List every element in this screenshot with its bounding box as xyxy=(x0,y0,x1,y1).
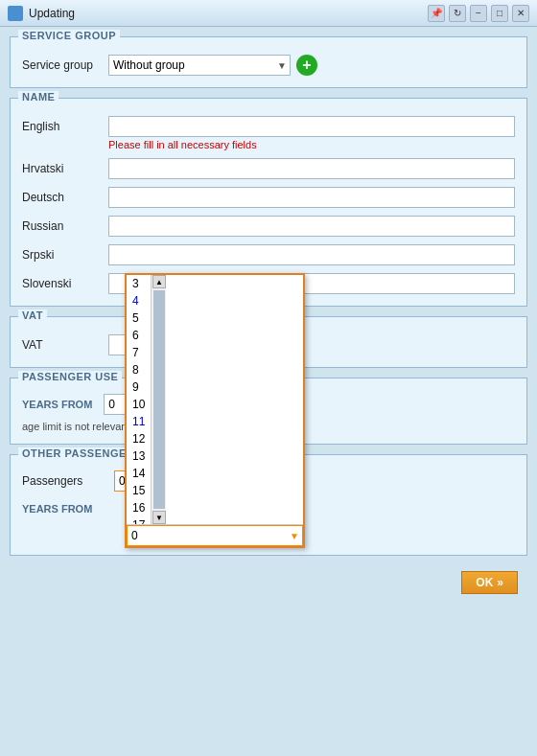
passengers-label: Passengers xyxy=(22,474,108,488)
service-group-row: Service group Without group ▼ + xyxy=(22,55,515,76)
dropdown-inner: 34567891011121314151617181920 ▲ ▼ xyxy=(127,275,303,524)
dropdown-item[interactable]: 11 xyxy=(127,413,151,430)
service-group-title: SERVICE GROUP xyxy=(18,30,120,41)
passenger-use-title: PASSENGER USE xyxy=(18,371,122,382)
service-group-label: Service group xyxy=(22,58,108,72)
other-years-from-label: YEARS FROM xyxy=(22,503,92,515)
dropdown-list[interactable]: 34567891011121314151617181920 xyxy=(127,275,151,524)
bottom-select[interactable]: 0 xyxy=(127,525,303,546)
app-icon xyxy=(8,6,23,21)
bottom-select-wrapper: 0 ▼ xyxy=(127,525,303,546)
title-bar: Updating 📌 ↻ − □ ✕ xyxy=(0,0,537,27)
dropdown-item[interactable]: 10 xyxy=(127,396,151,413)
dropdown-item[interactable]: 13 xyxy=(127,447,151,465)
dropdown-bottom: 0 ▼ xyxy=(127,524,303,546)
scroll-down-button[interactable]: ▼ xyxy=(152,511,166,524)
name-error-text: Please fill in all necessary fields xyxy=(108,139,515,150)
srpski-input[interactable] xyxy=(108,244,515,265)
deutsch-label: Deutsch xyxy=(22,191,108,204)
dropdown-item[interactable]: 14 xyxy=(127,465,151,482)
dropdown-item[interactable]: 6 xyxy=(127,327,151,344)
scrollbar-track: ▲ ▼ xyxy=(151,275,166,524)
ok-arrow-icon: » xyxy=(497,576,503,589)
vat-label: VAT xyxy=(22,338,108,352)
dropdown-item[interactable]: 17 xyxy=(127,516,151,524)
service-group-section: SERVICE GROUP Service group Without grou… xyxy=(10,36,527,88)
english-input[interactable] xyxy=(108,116,515,137)
service-group-select[interactable]: Without group xyxy=(108,55,291,76)
years-from-label: YEARS FROM xyxy=(22,399,92,410)
dropdown-item[interactable]: 12 xyxy=(127,430,151,447)
ok-button[interactable]: OK » xyxy=(461,571,518,594)
russian-label: Russian xyxy=(22,219,108,233)
srpski-row: Srpski xyxy=(22,244,515,265)
scroll-up-button[interactable]: ▲ xyxy=(152,275,166,288)
window-title: Updating xyxy=(29,7,428,20)
minimize-button[interactable]: − xyxy=(470,5,487,22)
slovenski-label: Slovenski xyxy=(22,277,108,290)
add-service-group-button[interactable]: + xyxy=(296,55,317,76)
dropdown-item[interactable]: 3 xyxy=(127,275,151,292)
russian-input[interactable] xyxy=(108,216,515,237)
dropdown-item[interactable]: 16 xyxy=(127,499,151,516)
service-group-select-wrapper: Without group ▼ xyxy=(108,55,291,76)
dropdown-item[interactable]: 9 xyxy=(127,378,151,396)
name-section-title: NAME xyxy=(18,91,58,103)
dropdown-item[interactable]: 7 xyxy=(127,344,151,361)
ok-label: OK xyxy=(476,576,493,589)
english-row: English xyxy=(22,116,515,137)
scroll-thumb xyxy=(153,290,165,509)
dropdown-item[interactable]: 5 xyxy=(127,309,151,327)
hrvatski-row: Hrvatski xyxy=(22,158,515,179)
refresh-button[interactable]: ↻ xyxy=(449,5,466,22)
pin-button[interactable]: 📌 xyxy=(428,5,445,22)
dropdown-item[interactable]: 15 xyxy=(127,482,151,499)
dropdown-overlay: 34567891011121314151617181920 ▲ ▼ 0 ▼ xyxy=(125,273,305,548)
hrvatski-input[interactable] xyxy=(108,158,515,179)
close-button[interactable]: ✕ xyxy=(512,5,529,22)
dropdown-item[interactable]: 8 xyxy=(127,361,151,378)
dropdown-item[interactable]: 4 xyxy=(127,292,151,309)
deutsch-input[interactable] xyxy=(108,187,515,208)
maximize-button[interactable]: □ xyxy=(491,5,508,22)
english-label: English xyxy=(22,120,108,133)
hrvatski-label: Hrvatski xyxy=(22,162,108,175)
ok-bar: OK » xyxy=(10,565,527,600)
srpski-label: Srpski xyxy=(22,248,108,262)
deutsch-row: Deutsch xyxy=(22,187,515,208)
title-bar-controls: 📌 ↻ − □ ✕ xyxy=(428,5,529,22)
vat-section-title: VAT xyxy=(18,309,47,321)
russian-row: Russian xyxy=(22,216,515,237)
